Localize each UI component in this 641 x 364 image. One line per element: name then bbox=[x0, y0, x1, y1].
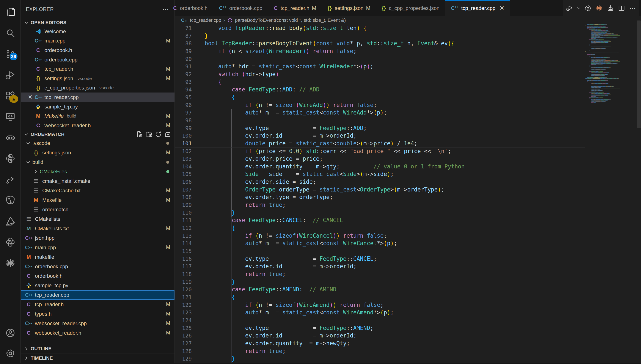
open-editor-tcp-reader-h[interactable]: Ctcp_reader.hM bbox=[21, 64, 174, 74]
code-line-126[interactable]: 126 ev.order.id = m->orderId; bbox=[175, 332, 585, 340]
starburst-icon[interactable] bbox=[594, 4, 604, 13]
scrollbar[interactable] bbox=[637, 20, 640, 128]
code-line-101[interactable]: 101 double price = static_cast<double>(m… bbox=[175, 140, 585, 148]
tree-item-orderbook-h[interactable]: Corderbook.h bbox=[21, 271, 174, 281]
open-editor-orderbook-cpp[interactable]: C++orderbook.cpp bbox=[21, 55, 174, 64]
split-editor-icon[interactable] bbox=[617, 4, 626, 13]
starburst-icon[interactable] bbox=[0, 253, 20, 273]
code-line-114[interactable]: 114 auto* m = static_cast<const WireCanc… bbox=[175, 240, 585, 247]
tree-item-websocket-reader-cpp[interactable]: C++websocket_reader.cppM bbox=[21, 319, 174, 328]
minimap[interactable] bbox=[585, 24, 636, 363]
code-line-105[interactable]: 105 Side side = static_cast<Side>(m->sid… bbox=[175, 170, 585, 178]
code-line-120[interactable]: 120 case FeedType::AMEND: // AMEND bbox=[175, 286, 585, 294]
close-icon[interactable]: ✕ bbox=[499, 4, 504, 12]
tree-item-ordermatch[interactable]: ☰ordermatch bbox=[21, 205, 174, 214]
gear-icon[interactable] bbox=[583, 4, 593, 13]
tree-item-orderbook-cpp[interactable]: C++orderbook.cpp bbox=[21, 262, 174, 271]
code-line-93[interactable]: 93 { bbox=[175, 78, 585, 86]
tree-item-json-hpp[interactable]: C++json.hpp bbox=[21, 233, 174, 243]
code-line-97[interactable]: 97 auto* m = static_cast<const WireAdd*>… bbox=[175, 109, 585, 117]
code-line-89[interactable]: 89 if (n < sizeof(WireHeader)) return fa… bbox=[175, 48, 585, 55]
code-line-118[interactable]: 118 return true; bbox=[175, 270, 585, 278]
settings-gear-icon[interactable] bbox=[0, 344, 20, 363]
chevron-down-icon[interactable] bbox=[576, 4, 582, 13]
code-line-91[interactable]: 91 auto* hdr = static_cast<const WireHea… bbox=[175, 63, 585, 70]
tree-item-types-h[interactable]: Ctypes.hM bbox=[21, 309, 174, 319]
open-editor-main-cpp[interactable]: C++main.cppM bbox=[21, 36, 174, 46]
install-icon[interactable] bbox=[606, 4, 615, 13]
tree-item-makefile[interactable]: Mmakefile bbox=[21, 252, 174, 262]
code-line-116[interactable]: 116 ev.type = FeedType::CANCEL; bbox=[175, 255, 585, 263]
code-line-111[interactable]: 111 case FeedType::CANCEL: // CANCEL bbox=[175, 216, 585, 224]
code-line-107[interactable]: 107 OrderType orderType = static_cast<Or… bbox=[175, 186, 585, 194]
tree-item-cmakefiles[interactable]: CMakeFiles bbox=[21, 167, 174, 176]
tree-item-main-cpp[interactable]: C++main.cppM bbox=[21, 243, 174, 252]
refresh-icon[interactable] bbox=[155, 131, 162, 138]
open-editor-websocket-reader-h[interactable]: Cwebsocket_reader.hM bbox=[21, 121, 174, 130]
code-line-71[interactable]: 71 void TcpReader::read_body(std::size_t… bbox=[175, 24, 585, 32]
tree-item-cmakecache-txt[interactable]: ☰CMakeCache.txtM bbox=[21, 186, 174, 195]
open-editor-c-cpp-properties-json[interactable]: {}c_cpp_properties.json.vscode bbox=[21, 83, 174, 93]
postgresql-icon[interactable] bbox=[0, 190, 20, 210]
code-line-94[interactable]: 94 case FeedType::ADD: // ADD bbox=[175, 86, 585, 94]
code-line-121[interactable]: 121 { bbox=[175, 294, 585, 301]
open-editor-welcome[interactable]: Welcome bbox=[21, 27, 174, 36]
run-debug-icon[interactable] bbox=[0, 65, 20, 85]
tree-item-sample-tcp-py[interactable]: sample_tcp.py bbox=[21, 281, 174, 290]
code-line-96[interactable]: 96 if (n != sizeof(WireAdd)) return fals… bbox=[175, 101, 585, 109]
source-control-icon[interactable]: 28 bbox=[0, 44, 20, 64]
code-line-109[interactable]: 109 return true; bbox=[175, 201, 585, 209]
code-line-123[interactable]: 123 auto* m = static_cast<const WireAmen… bbox=[175, 309, 585, 316]
tab-c-cpp-properties-json[interactable]: {}c_cpp_properties.json bbox=[376, 0, 446, 16]
open-editor-sample-tcp-py[interactable]: sample_tcp.py bbox=[21, 102, 174, 112]
python-env-icon[interactable] bbox=[0, 232, 20, 252]
code-line-110[interactable]: 110 } bbox=[175, 209, 585, 217]
tab-tcp-reader-h[interactable]: Ctcp_reader.hM bbox=[268, 0, 322, 16]
code-line-108[interactable]: 108 ev.order.type = orderType; bbox=[175, 194, 585, 201]
code-line-100[interactable]: 100 ev.order.id = m->orderId; bbox=[175, 132, 585, 140]
code-line-115[interactable]: 115 bbox=[175, 247, 585, 255]
tree-item-websocket-reader-h[interactable]: Cwebsocket_reader.hM bbox=[21, 328, 174, 338]
breadcrumb-file[interactable]: tcp_reader.cpp bbox=[190, 18, 221, 23]
code-line-104[interactable]: 104 ev.order.quantity = m->qty; // value… bbox=[175, 163, 585, 170]
tab-orderbook-h[interactable]: Corderbook.h bbox=[175, 0, 213, 16]
code-line-99[interactable]: 99 ev.type = FeedType::ADD; bbox=[175, 124, 585, 132]
cmake-icon[interactable] bbox=[0, 211, 20, 231]
explorer-icon[interactable] bbox=[0, 2, 20, 22]
new-folder-icon[interactable] bbox=[145, 131, 152, 138]
code-line-117[interactable]: 117 ev.order.id = m->orderId; bbox=[175, 263, 585, 270]
code-line-129[interactable]: 129 } bbox=[175, 355, 585, 363]
code-line-127[interactable]: 127 ev.order.quantity = m->newQty; bbox=[175, 340, 585, 348]
code-line-124[interactable]: 124 bbox=[175, 316, 585, 324]
code-line-103[interactable]: 103 ev.order.price = price; bbox=[175, 155, 585, 163]
code-line-112[interactable]: 112 { bbox=[175, 224, 585, 232]
tree-item-makefile[interactable]: MMakefileM bbox=[21, 195, 174, 205]
more-icon[interactable]: ⋯ bbox=[628, 4, 638, 13]
code-line-87[interactable]: 87} bbox=[175, 32, 585, 40]
folder-section-header[interactable]: ORDERMATCH bbox=[21, 130, 174, 138]
code-editor[interactable]: 71 void TcpReader::read_body(std::size_t… bbox=[175, 24, 585, 363]
breadcrumb-symbol[interactable]: parseBodyToEvent(const void *, std::size… bbox=[235, 18, 346, 23]
remote-explorer-icon[interactable] bbox=[0, 107, 20, 126]
code-line-88[interactable]: 88bool TcpReader::parseBodyToEvent(const… bbox=[175, 40, 585, 48]
code-line-125[interactable]: 125 ev.type = FeedType::AMEND; bbox=[175, 324, 585, 332]
open-editor-orderbook-h[interactable]: Corderbook.h bbox=[21, 46, 174, 55]
open-editors-header[interactable]: OPEN EDITORS bbox=[21, 18, 174, 27]
tree-item-build[interactable]: build bbox=[21, 158, 174, 167]
tree-item-tcp-reader-cpp[interactable]: C++tcp_reader.cpp bbox=[21, 290, 174, 300]
extensions-icon[interactable]: ▲ bbox=[0, 86, 20, 106]
live-share-icon[interactable] bbox=[0, 170, 20, 189]
code-line-128[interactable]: 128 return true; bbox=[175, 348, 585, 355]
copilot-icon[interactable] bbox=[0, 128, 20, 148]
tab-tcp-reader-cpp[interactable]: C++tcp_reader.cpp✕ bbox=[446, 0, 510, 16]
outline-section-header[interactable]: OUTLINE bbox=[21, 344, 174, 353]
tree-item-settings-json[interactable]: {}settings.jsonM bbox=[21, 148, 174, 158]
account-icon[interactable] bbox=[0, 323, 20, 343]
code-line-113[interactable]: 113 if (n != sizeof(WireCancel)) return … bbox=[175, 232, 585, 240]
code-line-95[interactable]: 95 { bbox=[175, 94, 585, 101]
code-line-122[interactable]: 122 if (n != sizeof(WireAmend)) return f… bbox=[175, 301, 585, 309]
tree-item--vscode[interactable]: .vscode bbox=[21, 138, 174, 148]
search-icon[interactable] bbox=[0, 23, 20, 43]
code-line-98[interactable]: 98 bbox=[175, 117, 585, 124]
tree-item-tcp-reader-h[interactable]: Ctcp_reader.hM bbox=[21, 300, 174, 309]
